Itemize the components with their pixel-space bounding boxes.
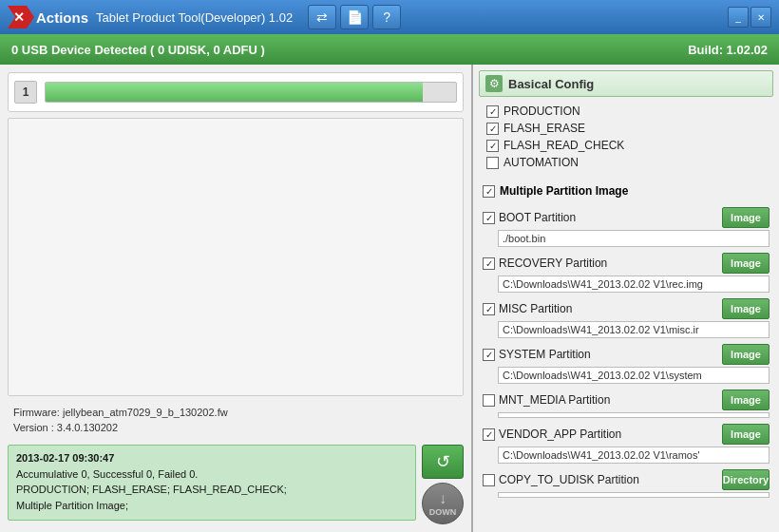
build-version: Build: 1.02.02: [688, 43, 768, 57]
tool-name: Tablet Product Tool(Developer) 1.02: [96, 10, 293, 25]
image-btn-boot[interactable]: Image: [722, 207, 770, 228]
toolbar-actions: ⇄ 📄 ?: [308, 5, 401, 29]
path-mnt-media: [498, 412, 770, 418]
path-system: C:\Downloads\W41_2013.02.02 V1\system: [498, 367, 770, 384]
firmware-info: Firmware: jellybean_atm7029_9_b_130202.f…: [8, 402, 464, 439]
path-misc: C:\Downloads\W41_2013.02.02 V1\misc.ir: [498, 321, 770, 338]
refresh-button[interactable]: ↺: [422, 445, 464, 479]
path-recovery: C:\Downloads\W41_2013.02.02 V1\rec.img: [498, 276, 770, 293]
minimize-button[interactable]: _: [728, 7, 749, 28]
config-item-flash-read-check: FLASH_READ_CHECK: [486, 137, 766, 154]
transfer-icon-btn[interactable]: ⇄: [308, 5, 336, 29]
label-misc: MISC Partition: [499, 302, 718, 315]
partition-mnt-media: MNT_MEDIA Partition Image: [479, 388, 773, 418]
checkbox-boot[interactable]: [483, 212, 495, 224]
partition-copy-to-udisk: COPY_TO_UDISK Partition Directory: [479, 467, 773, 498]
progress-bar-container: [45, 82, 457, 103]
device-slot: 1: [8, 72, 464, 112]
checkbox-system[interactable]: [483, 349, 495, 361]
partition-section-header: Multiple Partition Image: [479, 180, 773, 201]
label-mnt-media: MNT_MEDIA Partition: [499, 393, 718, 407]
left-panel: 1 Firmware: jellybean_atm7029_9_b_130202…: [0, 65, 473, 532]
image-btn-misc[interactable]: Image: [722, 298, 770, 319]
label-flash-read-check: FLASH_READ_CHECK: [504, 139, 624, 152]
log-timestamp: 2013-02-17 09:30:47: [16, 450, 408, 466]
help-icon-btn[interactable]: ?: [372, 5, 401, 29]
status-bar: 0 USB Device Detected ( 0 UDISK, 0 ADFU …: [0, 34, 779, 65]
config-items: PRODUCTION FLASH_ERASE FLASH_READ_CHECK …: [479, 101, 773, 177]
directory-btn-copy-to-udisk[interactable]: Directory: [722, 469, 770, 490]
slot-number: 1: [14, 81, 37, 104]
checkbox-copy-to-udisk[interactable]: [483, 474, 495, 486]
config-item-production: PRODUCTION: [486, 103, 766, 120]
log-operations: PRODUCTION; FLASH_ERASE; FLASH_READ_CHEC…: [16, 482, 408, 498]
path-vendor-app: C:\Downloads\W41_2013.02.02 V1\ramos': [498, 446, 770, 464]
config-item-flash-erase: FLASH_ERASE: [486, 120, 766, 137]
path-boot: ./boot.bin: [498, 230, 770, 247]
logo-icon: ✕: [8, 6, 34, 28]
partition-recovery: RECOVERY Partition Image C:\Downloads\W4…: [479, 251, 773, 293]
image-btn-system[interactable]: Image: [722, 344, 770, 365]
label-vendor-app: VENDOR_APP Partition: [499, 428, 718, 441]
image-btn-mnt-media[interactable]: Image: [722, 390, 770, 410]
label-automation: AUTOMATION: [504, 156, 579, 169]
device-status: 0 USB Device Detected ( 0 UDISK, 0 ADFU …: [11, 43, 265, 57]
partition-list: BOOT Partition Image ./boot.bin RECOVERY…: [479, 205, 773, 498]
checkbox-production[interactable]: [486, 105, 499, 118]
partition-system: SYSTEM Partition Image C:\Downloads\W41_…: [479, 342, 773, 384]
title-bar: ✕ Actions Tablet Product Tool(Developer)…: [0, 0, 779, 34]
image-btn-vendor-app[interactable]: Image: [722, 424, 770, 445]
partition-boot: BOOT Partition Image ./boot.bin: [479, 205, 773, 247]
partition-mnt-media-row: MNT_MEDIA Partition Image: [479, 388, 773, 412]
app-name: Actions: [36, 10, 88, 26]
checkbox-multiple-partition[interactable]: [483, 185, 495, 198]
partition-section-title: Multiple Partition Image: [500, 184, 628, 198]
log-output: 2013-02-17 09:30:47 Accumulative 0, Succ…: [8, 445, 416, 521]
firmware-line2: Version : 3.4.0.130202: [13, 421, 458, 435]
partition-vendor-app-row: VENDOR_APP Partition Image: [479, 422, 773, 446]
right-panel: ⚙ Basical Config PRODUCTION FLASH_ERASE …: [473, 65, 779, 532]
image-btn-recovery[interactable]: Image: [722, 253, 770, 274]
checkbox-automation[interactable]: [486, 157, 499, 169]
checkbox-flash-read-check[interactable]: [486, 140, 499, 152]
partition-misc: MISC Partition Image C:\Downloads\W41_20…: [479, 296, 773, 338]
action-buttons: ↺ ↓ DOWN: [422, 445, 464, 524]
svg-text:✕: ✕: [13, 10, 25, 25]
config-item-automation: AUTOMATION: [486, 154, 766, 171]
firmware-line1: Firmware: jellybean_atm7029_9_b_130202.f…: [13, 406, 458, 420]
checkbox-mnt-media[interactable]: [483, 394, 495, 407]
label-system: SYSTEM Partition: [499, 348, 718, 361]
download-label: DOWN: [429, 507, 457, 518]
basic-config-header: ⚙ Basical Config: [479, 70, 773, 97]
bottom-controls: 2013-02-17 09:30:47 Accumulative 0, Succ…: [8, 445, 464, 524]
path-copy-to-udisk: [498, 492, 770, 498]
partition-misc-row: MISC Partition Image: [479, 296, 773, 321]
checkbox-flash-erase[interactable]: [486, 123, 499, 135]
partition-boot-row: BOOT Partition Image: [479, 205, 773, 230]
close-button[interactable]: ✕: [750, 7, 771, 28]
checkbox-vendor-app[interactable]: [483, 428, 495, 441]
label-flash-erase: FLASH_ERASE: [504, 122, 585, 135]
log-partition: Multiple Partition Image;: [16, 498, 408, 514]
checkbox-recovery[interactable]: [483, 257, 495, 270]
partition-copy-to-udisk-row: COPY_TO_UDISK Partition Directory: [479, 467, 773, 492]
label-production: PRODUCTION: [504, 104, 580, 118]
progress-bar-fill: [46, 83, 423, 102]
basic-config-title: Basical Config: [508, 77, 594, 91]
app-logo: ✕ Actions: [8, 6, 88, 28]
file-icon-btn[interactable]: 📄: [340, 5, 369, 29]
main-content: 1 Firmware: jellybean_atm7029_9_b_130202…: [0, 65, 779, 532]
log-accumulative: Accumulative 0, Successful 0, Failed 0.: [16, 466, 408, 483]
partition-vendor-app: VENDOR_APP Partition Image C:\Downloads\…: [479, 422, 773, 464]
gear-icon: ⚙: [485, 75, 503, 92]
partition-system-row: SYSTEM Partition Image: [479, 342, 773, 367]
download-button[interactable]: ↓ DOWN: [422, 483, 464, 524]
partition-recovery-row: RECOVERY Partition Image: [479, 251, 773, 276]
label-copy-to-udisk: COPY_TO_UDISK Partition: [499, 473, 718, 486]
label-boot: BOOT Partition: [499, 211, 718, 224]
label-recovery: RECOVERY Partition: [499, 256, 718, 270]
checkbox-misc[interactable]: [483, 303, 495, 315]
log-area: [8, 118, 464, 396]
window-controls: _ ✕: [728, 7, 771, 28]
